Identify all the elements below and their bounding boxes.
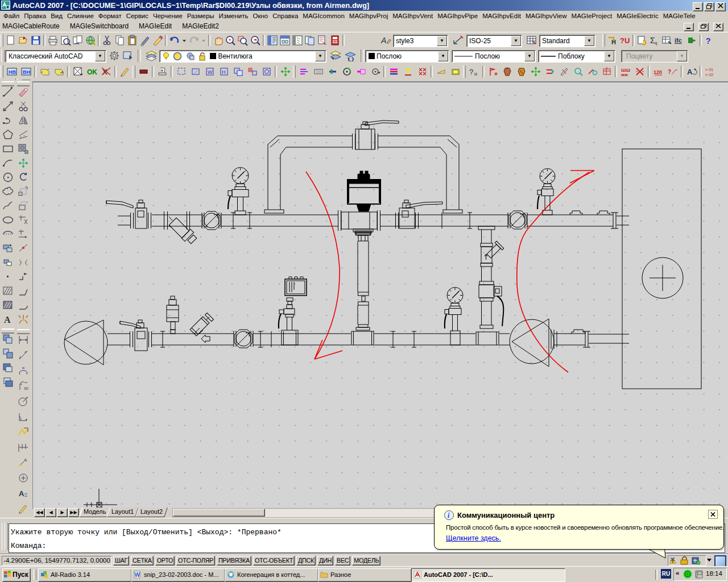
- svg-text:90: 90: [24, 386, 28, 390]
- svg-text:OK: OK: [87, 68, 97, 76]
- svg-text:Н: Н: [222, 69, 226, 75]
- svg-text:?: ?: [469, 68, 473, 76]
- svg-text:q: q: [655, 40, 657, 45]
- svg-text:?U: ?U: [620, 36, 630, 45]
- svg-text:H: H: [611, 39, 616, 45]
- svg-text:НВ: НВ: [9, 69, 16, 75]
- svg-text:мм: мм: [621, 72, 628, 77]
- svg-text:ifc: ifc: [675, 37, 682, 44]
- svg-text:120: 120: [653, 69, 662, 75]
- svg-text:A: A: [24, 458, 27, 463]
- svg-text:A: A: [4, 315, 11, 325]
- svg-text:×·01: ×·01: [705, 68, 713, 72]
- svg-text:A: A: [687, 68, 693, 76]
- svg-text:×·02: ×·02: [705, 73, 713, 77]
- svg-text:?: ?: [668, 69, 671, 75]
- svg-text:ВН: ВН: [23, 69, 30, 75]
- svg-text:A: A: [19, 489, 24, 498]
- svg-text:?: ?: [706, 36, 711, 45]
- svg-text:W: W: [208, 69, 213, 75]
- svg-text:A: A: [380, 36, 386, 45]
- svg-text:н: н: [474, 71, 477, 77]
- svg-text:W: W: [135, 572, 140, 578]
